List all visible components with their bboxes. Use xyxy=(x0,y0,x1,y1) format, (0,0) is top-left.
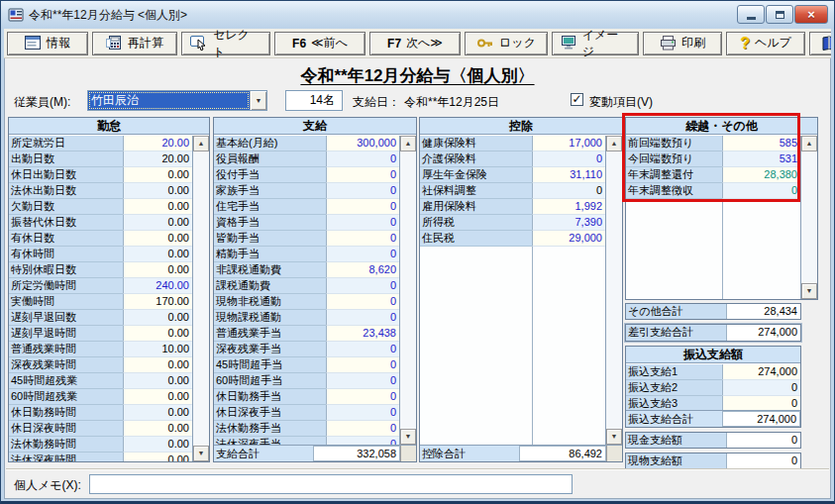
row-value[interactable]: 0 xyxy=(326,199,399,215)
info-button[interactable]: 情報 xyxy=(7,32,88,55)
row-value[interactable]: 0.00 xyxy=(123,231,192,247)
row-value[interactable]: 0.00 xyxy=(123,437,192,453)
table-row: 欠勤日数0.00 xyxy=(9,199,192,215)
deduction-scrollbar[interactable]: ▲ ▼ xyxy=(605,136,622,445)
titlebar[interactable]: 令和**年12月分給与 <個人別> × xyxy=(1,1,834,29)
row-value[interactable]: 0.00 xyxy=(123,167,192,183)
next-button[interactable]: F7 次へ≫ xyxy=(369,32,461,55)
employee-combobox[interactable]: 竹田辰治 ▼ xyxy=(87,90,267,111)
close-window-button[interactable]: × xyxy=(794,5,828,24)
row-value[interactable]: 1,992 xyxy=(532,199,605,215)
in-kind-payment-value: 0 xyxy=(726,454,800,468)
row-value[interactable]: 0.00 xyxy=(123,310,192,326)
row-value[interactable]: 0.00 xyxy=(123,405,192,421)
row-value[interactable]: 300,000 xyxy=(326,136,399,151)
row-label: 振替代休日数 xyxy=(9,215,123,231)
row-value[interactable]: 0.00 xyxy=(123,373,192,389)
row-value[interactable]: 28,380 xyxy=(722,167,800,183)
table-row: 所得税7,390 xyxy=(420,215,605,231)
attendance-scrollbar[interactable]: ▲ ▼ xyxy=(192,136,209,461)
row-value[interactable]: 20.00 xyxy=(123,151,192,167)
row-value[interactable]: 10.00 xyxy=(123,342,192,357)
row-value[interactable]: 0 xyxy=(326,421,399,437)
row-value[interactable]: 0.00 xyxy=(123,262,192,278)
row-value[interactable]: 0 xyxy=(326,231,399,247)
cash-payment-row: 現金支給額 0 xyxy=(625,432,801,449)
row-value[interactable]: 0.00 xyxy=(123,453,192,461)
row-value[interactable]: 23,438 xyxy=(326,326,399,342)
row-value[interactable]: 17,000 xyxy=(532,136,605,151)
row-value[interactable]: 0.00 xyxy=(123,183,192,199)
prev-button[interactable]: F6 ≪前へ xyxy=(274,32,365,55)
row-value[interactable]: 0.00 xyxy=(123,215,192,231)
book-icon xyxy=(821,36,831,50)
row-value[interactable]: 0 xyxy=(326,389,399,405)
table-row: 精勤手当0 xyxy=(214,247,399,262)
minimize-button[interactable] xyxy=(737,5,765,24)
carryover-scrollbar[interactable]: ▲ ▼ xyxy=(800,136,817,299)
table-row: 深夜残業手当0 xyxy=(214,342,399,357)
row-value[interactable]: 0 xyxy=(326,278,399,294)
scroll-up-icon[interactable]: ▲ xyxy=(400,136,416,151)
row-value[interactable]: 29,000 xyxy=(532,231,605,247)
scroll-down-icon[interactable]: ▼ xyxy=(400,429,416,445)
row-value[interactable]: 0 xyxy=(326,437,399,445)
row-value[interactable]: 0 xyxy=(326,310,399,326)
scroll-up-icon[interactable]: ▲ xyxy=(606,136,622,151)
row-value[interactable]: 0 xyxy=(722,396,800,410)
row-value[interactable]: 0 xyxy=(532,183,605,199)
row-value[interactable]: 274,000 xyxy=(722,364,800,380)
payment-scrollbar[interactable]: ▲ ▼ xyxy=(399,136,416,445)
row-value[interactable]: 240.00 xyxy=(123,278,192,294)
row-value[interactable]: 0.00 xyxy=(123,247,192,262)
scroll-up-icon[interactable]: ▲ xyxy=(801,136,817,151)
combobox-dropdown-button[interactable]: ▼ xyxy=(250,91,266,110)
table-row: 振込支給1274,000 xyxy=(626,364,800,380)
row-label: 現物課税通勤 xyxy=(214,310,326,326)
recalc-button[interactable]: 再計算 xyxy=(92,32,177,55)
row-value[interactable]: 0 xyxy=(722,380,800,396)
variable-items-checkbox[interactable]: ✓ xyxy=(571,93,583,106)
maximize-button[interactable] xyxy=(766,5,793,24)
image-button[interactable]: イメージ xyxy=(552,32,639,55)
row-value[interactable]: 0 xyxy=(326,373,399,389)
scroll-down-icon[interactable]: ▼ xyxy=(801,283,817,299)
row-value[interactable]: 0 xyxy=(326,357,399,373)
help-button[interactable]: ? ヘルプ xyxy=(726,32,805,55)
row-label: 社保料調整 xyxy=(420,183,532,199)
personal-memo-input[interactable] xyxy=(89,474,573,494)
row-value[interactable]: 0 xyxy=(326,342,399,357)
row-value[interactable]: 0 xyxy=(326,247,399,262)
print-button[interactable]: 印刷 xyxy=(643,32,722,55)
row-value[interactable]: 170.00 xyxy=(123,294,192,310)
row-value[interactable]: 7,390 xyxy=(532,215,605,231)
row-value[interactable]: 0.00 xyxy=(123,326,192,342)
scroll-down-icon[interactable]: ▼ xyxy=(193,446,209,461)
row-value[interactable]: 0 xyxy=(326,405,399,421)
scroll-down-icon[interactable]: ▼ xyxy=(606,429,622,445)
row-value[interactable]: 0 xyxy=(326,183,399,199)
scroll-up-icon[interactable]: ▲ xyxy=(193,136,209,151)
deduction-total-value: 86,492 xyxy=(519,446,606,461)
lock-button[interactable]: ロック xyxy=(465,32,548,55)
row-value[interactable]: 531 xyxy=(722,151,800,167)
row-value[interactable]: 0.00 xyxy=(123,199,192,215)
row-value[interactable]: 0 xyxy=(326,215,399,231)
row-value[interactable]: 31,110 xyxy=(532,167,605,183)
row-value[interactable]: 0 xyxy=(326,151,399,167)
select-button[interactable]: セレクト xyxy=(181,32,270,55)
row-value[interactable]: 0 xyxy=(722,183,800,199)
row-value[interactable]: 0.00 xyxy=(123,421,192,437)
row-value[interactable]: 585 xyxy=(722,136,800,151)
close-button[interactable]: 閉じる xyxy=(809,32,831,55)
row-value[interactable]: 0 xyxy=(326,294,399,310)
row-value[interactable]: 0 xyxy=(532,151,605,167)
chevron-down-icon: ▼ xyxy=(256,97,262,104)
row-value[interactable]: 20.00 xyxy=(123,136,192,151)
row-value[interactable]: 0 xyxy=(326,167,399,183)
app-icon xyxy=(8,7,24,23)
row-value[interactable]: 0.00 xyxy=(123,389,192,405)
row-value[interactable]: 0.00 xyxy=(123,357,192,373)
row-value[interactable]: 8,620 xyxy=(326,262,399,278)
row-label: 精勤手当 xyxy=(214,247,326,262)
